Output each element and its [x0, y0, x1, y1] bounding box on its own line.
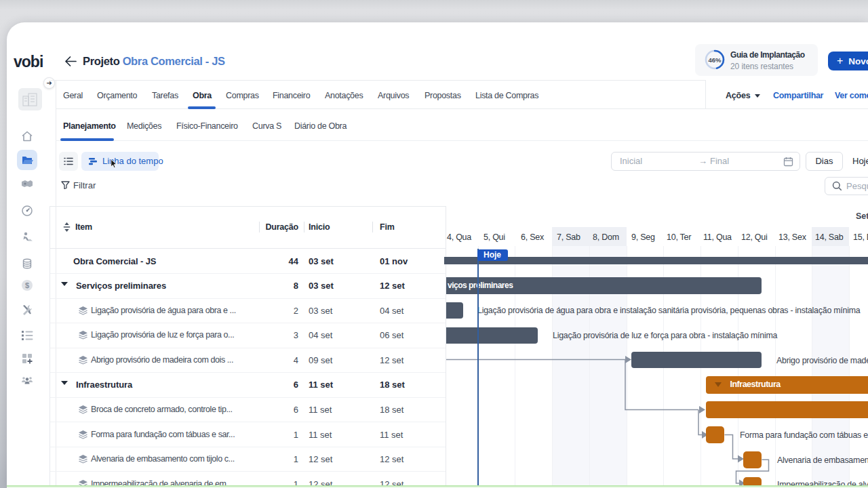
svg-text:$: $ — [25, 281, 29, 289]
svg-text:46%: 46% — [708, 56, 722, 64]
